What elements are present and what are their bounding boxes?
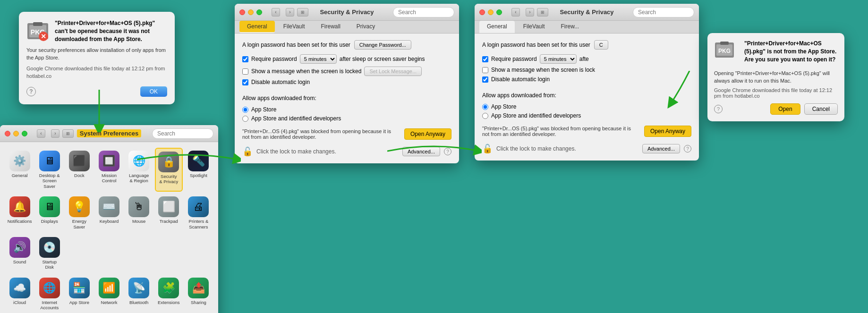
tab-privacy[interactable]: Privacy <box>349 21 383 33</box>
sidebar-item-language[interactable]: 🌐 Language& Region <box>125 148 153 192</box>
require-pw-checkbox[interactable] <box>242 56 248 62</box>
middle-grid-button[interactable]: ⊞ <box>297 8 308 17</box>
tab-filevault[interactable]: FileVault <box>276 21 313 33</box>
open-anyway-button-right[interactable]: Open Anyway <box>644 126 691 137</box>
dialog-ok-button[interactable]: OK <box>140 86 167 97</box>
help-button-middle[interactable]: ? <box>444 148 451 155</box>
right-minimize-button[interactable] <box>488 9 494 15</box>
appstore-icon: 🏪 <box>69 278 90 298</box>
advanced-button-middle[interactable]: Advanced... <box>402 147 440 156</box>
radio-appstore-dev-middle[interactable] <box>242 116 248 122</box>
sidebar-item-displays[interactable]: 🖥 Displays <box>35 194 63 232</box>
right-radio-appstore-dev-label: App Store and identified developers <box>491 112 581 119</box>
radio-appstore-label-middle: App Store <box>251 106 276 113</box>
sidebar-item-printers[interactable]: 🖨 Printers &Scanners <box>185 194 213 232</box>
window-close-button[interactable] <box>5 131 10 136</box>
sidebar-item-dock[interactable]: ⬛ Dock <box>65 148 93 192</box>
open-dialog-cancel-button[interactable]: Cancel <box>804 103 838 115</box>
sidebar-item-spotlight[interactable]: 🔦 Spotlight <box>185 148 213 192</box>
sidebar-item-mission[interactable]: 🔲 MissionControl <box>95 148 123 192</box>
middle-search-input[interactable] <box>393 7 454 17</box>
right-radio-appstore[interactable] <box>482 104 488 110</box>
extensions-label: Extensions <box>158 300 179 305</box>
right-grid-button[interactable]: ⊞ <box>537 8 548 17</box>
sidebar-item-general[interactable]: ⚙️ General <box>6 148 34 192</box>
sidebar-item-mouse[interactable]: 🖱 Mouse <box>125 194 153 232</box>
middle-close-button[interactable] <box>239 9 245 15</box>
right-radio-appstore-dev[interactable] <box>482 113 488 119</box>
change-password-button[interactable]: Change Password... <box>354 40 411 50</box>
radio-appstore-middle[interactable] <box>242 107 248 113</box>
right-tab-firewall[interactable]: Firew... <box>553 21 587 33</box>
right-advanced-button[interactable]: Advanced... <box>642 144 680 153</box>
right-tab-filevault[interactable]: FileVault <box>516 21 553 33</box>
open-dialog-help-button[interactable]: ? <box>714 105 723 113</box>
desktop-label: Desktop &Screen Saver <box>36 173 62 189</box>
pref-icon-grid: ⚙️ General 🖥 Desktop &Screen Saver ⬛ Doc… <box>0 142 218 313</box>
right-disable-login-checkbox[interactable] <box>482 76 488 83</box>
sidebar-item-trackpad[interactable]: ⬜ Trackpad <box>155 194 183 232</box>
set-lock-message-button[interactable]: Set Lock Message... <box>364 67 422 76</box>
error-dialog: PKG ✕ "Printer+Driver+for+Mac+OS (5).pkg… <box>19 12 175 104</box>
sidebar-item-security[interactable]: 🔒 Security& Privacy <box>155 148 183 192</box>
open-dialog-source: Google Chrome downloaded this file today… <box>714 87 838 99</box>
sidebar-item-keyboard[interactable]: ⌨️ Keyboard <box>95 194 123 232</box>
middle-maximize-button[interactable] <box>256 9 262 15</box>
search-input[interactable] <box>152 128 213 139</box>
right-show-message-label: Show a message when the screen is lock <box>491 67 595 73</box>
startup-icon: 💿 <box>39 237 60 258</box>
right-require-pw-checkbox[interactable] <box>482 56 488 62</box>
tab-firewall[interactable]: Firewall <box>314 21 348 33</box>
right-forward-button[interactable]: › <box>526 8 534 17</box>
window-maximize-button[interactable] <box>22 131 27 136</box>
energy-icon: 💡 <box>69 196 90 217</box>
dialog-help-button[interactable]: ? <box>26 87 36 96</box>
forward-button[interactable]: › <box>51 129 60 138</box>
sidebar-item-startup[interactable]: 💿 StartupDisk <box>35 234 63 273</box>
right-close-button[interactable] <box>479 9 485 15</box>
middle-forward-button[interactable]: › <box>286 8 294 17</box>
sidebar-item-notifications[interactable]: 🔔 Notifications <box>6 194 34 232</box>
right-tab-general[interactable]: General <box>479 21 515 33</box>
sidebar-item-internet[interactable]: 🌐 InternetAccounts <box>35 275 63 313</box>
language-label: Language& Region <box>129 173 149 184</box>
security-icon: 🔒 <box>158 152 179 172</box>
sidebar-item-desktop[interactable]: 🖥 Desktop &Screen Saver <box>35 148 63 192</box>
right-back-button[interactable]: ‹ <box>511 8 520 17</box>
open-anyway-button-middle[interactable]: Open Anyway <box>404 128 451 140</box>
sidebar-item-sharing[interactable]: 📤 Sharing <box>185 275 213 313</box>
sidebar-item-network[interactable]: 📶 Network <box>95 275 123 313</box>
right-require-pw-time-select[interactable]: 5 minutes <box>540 54 577 64</box>
network-icon: 📶 <box>99 278 119 298</box>
sidebar-item-icloud[interactable]: ☁️ iCloud <box>6 275 34 313</box>
sidebar-item-sound[interactable]: 🔊 Sound <box>6 234 34 273</box>
require-pw-after-label: after sleep or screen saver begins <box>340 56 425 62</box>
sidebar-item-bluetooth[interactable]: 📡 Bluetooth <box>125 275 153 313</box>
right-show-message-checkbox[interactable] <box>482 67 488 73</box>
window-minimize-button[interactable] <box>13 131 19 136</box>
right-maximize-button[interactable] <box>496 9 502 15</box>
right-search-input[interactable] <box>633 7 694 17</box>
right-change-password-button[interactable]: C <box>594 40 608 50</box>
right-body: A login password has been set for this u… <box>475 34 699 161</box>
middle-back-button[interactable]: ‹ <box>272 8 280 17</box>
displays-icon: 🖥 <box>39 196 60 217</box>
tab-general[interactable]: General <box>239 21 275 33</box>
open-dialog-open-button[interactable]: Open <box>770 103 800 115</box>
keyboard-icon: ⌨️ <box>99 196 119 217</box>
grid-button[interactable]: ⊞ <box>62 129 74 138</box>
require-pw-time-select[interactable]: 5 minutes <box>300 54 337 64</box>
disable-login-checkbox[interactable] <box>242 79 248 85</box>
svg-text:✕: ✕ <box>41 33 46 40</box>
middle-minimize-button[interactable] <box>248 9 254 15</box>
svg-rect-11 <box>720 42 729 45</box>
back-button[interactable]: ‹ <box>37 129 45 138</box>
secpriv-window-right: ‹ › ⊞ Security & Privacy General FileVau… <box>475 4 699 161</box>
show-message-checkbox[interactable] <box>242 68 248 75</box>
sidebar-item-extensions[interactable]: 🧩 Extensions <box>155 275 183 313</box>
sidebar-item-appstore[interactable]: 🏪 App Store <box>65 275 93 313</box>
sidebar-item-energy[interactable]: 💡 EnergySaver <box>65 194 93 232</box>
lock-label-middle: Click the lock to make changes. <box>256 148 336 155</box>
keyboard-label: Keyboard <box>100 219 119 224</box>
right-help-button[interactable]: ? <box>684 145 691 152</box>
